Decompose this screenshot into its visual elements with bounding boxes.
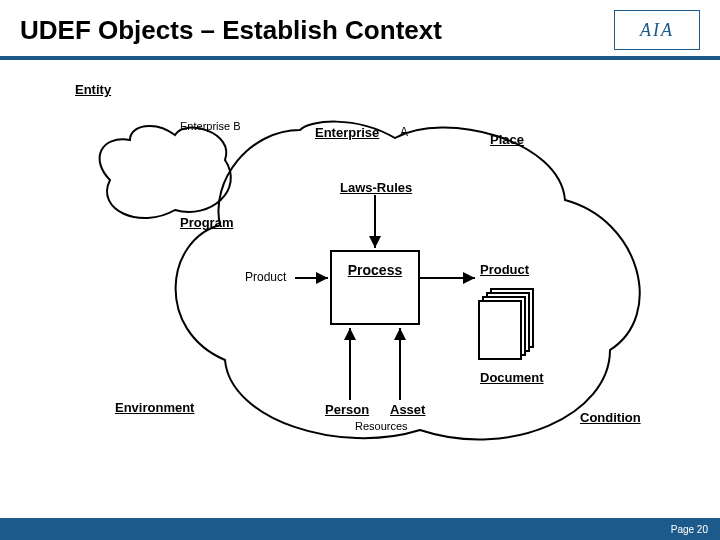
laws-rules-label: Laws-Rules	[340, 180, 412, 195]
process-label: Process	[348, 262, 402, 278]
resources-label: Resources	[355, 420, 408, 432]
place-label: Place	[490, 132, 524, 147]
entity-label: Entity	[75, 82, 111, 97]
diagram-canvas: Entity Enterprise B Enterprise A Place L…	[0, 60, 720, 500]
slide-title: UDEF Objects – Establish Context	[20, 15, 442, 46]
enterprise-b-label: Enterprise B	[180, 120, 241, 132]
page-number: Page 20	[671, 524, 708, 535]
slide: UDEF Objects – Establish Context AIA	[0, 0, 720, 540]
product-right-label: Product	[480, 262, 529, 277]
environment-label: Environment	[115, 400, 194, 415]
product-left-label: Product	[245, 270, 286, 284]
a-label: A	[400, 125, 408, 139]
asset-label: Asset	[390, 402, 425, 417]
program-label: Program	[180, 215, 233, 230]
enterprise-label: Enterprise	[315, 125, 379, 140]
process-box: Process	[330, 250, 420, 325]
footer-bar: Page 20	[0, 518, 720, 540]
document-label: Document	[480, 370, 544, 385]
logo-text: AIA	[640, 20, 674, 41]
condition-label: Condition	[580, 410, 641, 425]
title-bar: UDEF Objects – Establish Context AIA	[0, 0, 720, 60]
document-icon	[478, 300, 522, 360]
logo: AIA	[614, 10, 700, 50]
person-label: Person	[325, 402, 369, 417]
